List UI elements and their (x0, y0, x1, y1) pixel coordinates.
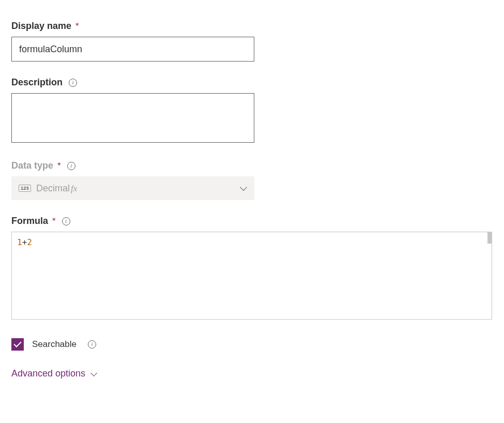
advanced-options-toggle[interactable]: Advanced options (11, 368, 493, 379)
display-name-label: Display name (11, 21, 71, 32)
info-icon[interactable]: i (62, 217, 70, 225)
description-label-row: Description i (11, 77, 493, 88)
display-name-field: Display name * (11, 21, 493, 62)
scrollbar-thumb[interactable] (487, 232, 492, 244)
data-type-label: Data type (11, 160, 53, 171)
advanced-options-label: Advanced options (11, 368, 85, 379)
description-label: Description (11, 77, 63, 88)
fx-icon: fx (71, 184, 77, 193)
required-mark: * (57, 161, 61, 171)
searchable-row: Searchable i (11, 338, 493, 351)
checkmark-icon (13, 339, 22, 348)
data-type-field: Data type * i 123 Decimalfx (11, 160, 493, 200)
number-type-icon: 123 (19, 185, 31, 192)
description-field: Description i (11, 77, 493, 145)
required-mark: * (75, 21, 79, 32)
info-icon[interactable]: i (88, 340, 96, 349)
description-input[interactable] (11, 93, 254, 143)
formula-label: Formula (11, 216, 48, 226)
formula-editor[interactable]: 1+2 (11, 232, 492, 320)
data-type-label-row: Data type * i (11, 160, 493, 171)
data-type-value: Decimalfx (36, 183, 235, 194)
formula-content: 1+2 (17, 237, 486, 247)
searchable-label: Searchable (32, 339, 77, 350)
formula-label-row: Formula * i (11, 216, 493, 226)
display-name-input[interactable] (11, 37, 254, 62)
data-type-dropdown[interactable]: 123 Decimalfx (11, 176, 254, 200)
info-icon[interactable]: i (69, 79, 77, 87)
chevron-down-icon (240, 185, 247, 192)
required-mark: * (52, 216, 56, 226)
display-name-label-row: Display name * (11, 21, 493, 32)
chevron-down-icon (90, 371, 97, 377)
info-icon[interactable]: i (67, 162, 75, 170)
searchable-checkbox[interactable] (11, 338, 24, 351)
formula-field: Formula * i 1+2 (11, 216, 493, 320)
